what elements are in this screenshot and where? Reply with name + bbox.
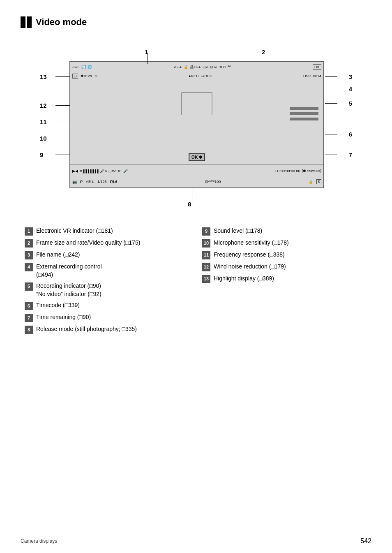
legend-num-11: 11 xyxy=(202,251,210,259)
legend-item-7: 7 Time remaining (□90) xyxy=(25,312,190,324)
focus-rect xyxy=(182,93,212,115)
vf-afmode: AF-F xyxy=(174,65,182,69)
legend-text-2: Frame size and rate/Video quality (□175) xyxy=(36,239,140,247)
vf-rec1: ●REC xyxy=(189,74,198,78)
vf-cam: 📷 xyxy=(72,180,77,184)
vf-battery: ▭▭ xyxy=(72,65,80,69)
title-icon xyxy=(21,16,32,28)
vf-card: S xyxy=(316,179,321,184)
legend-num-8: 8 xyxy=(25,326,33,334)
vf-remaining: [✱ 29m59s] xyxy=(302,169,321,173)
conn-3 xyxy=(325,76,337,77)
page: Video mode ▭▭ 🔃 🌐 AF-F 🔒 晶OFF ⊡A ⊡A₁ 108… xyxy=(0,0,392,352)
legend-item-5: 5 Recording indicator (□90)“No video” in… xyxy=(25,280,190,300)
diag-num-11: 11 xyxy=(40,118,47,125)
vf-top-row2: ⊡ ✱012s ⊙ ●REC ⇒REC DSC_0014 xyxy=(72,72,321,81)
vf-box: OK xyxy=(313,64,321,70)
vf-mic2: 🎤 xyxy=(123,169,128,173)
legend-text-10: Microphone sensitivity (□178) xyxy=(214,239,289,247)
legend-item-13: 13 Highlight display (□389) xyxy=(202,273,367,285)
conn-1-vv xyxy=(148,53,148,62)
legend-left-col: 1 Electronic VR indicator (□181) 2 Frame… xyxy=(25,225,190,336)
legend-text-5: Recording indicator (□90)“No video” indi… xyxy=(36,282,101,298)
vf-meter: R▐▐▐▐▐▐▐ xyxy=(80,169,98,173)
vf-play: ▶◀ xyxy=(72,169,78,173)
legend-text-9: Sound level (□178) xyxy=(214,227,262,235)
vf-timer: ✱012s xyxy=(81,74,92,78)
vf-mode3: ⊡A₁ xyxy=(210,65,217,69)
legend-item-8: 8 Release mode (still photography; □335) xyxy=(25,324,190,336)
diag-num-12: 12 xyxy=(40,102,47,109)
legend-item-10: 10 Microphone sensitivity (□178) xyxy=(202,237,367,249)
level-bars xyxy=(290,107,318,138)
legend-item-12: 12 Wind noise reduction (□179) xyxy=(202,261,367,273)
vf-timecode: TC:00:00:00.00 xyxy=(274,169,300,173)
legend-text-8: Release mode (still photography; □335) xyxy=(36,325,137,333)
vf-center: OK ✱ xyxy=(70,82,323,164)
legend-right-col: 9 Sound level (□178) 10 Microphone sensi… xyxy=(202,225,367,336)
vf-wifi: 🌐 xyxy=(88,65,92,69)
legend-text-13: Highlight display (□389) xyxy=(214,275,274,283)
vf-top-bar: ▭▭ 🔃 🌐 AF-F 🔒 晶OFF ⊡A ⊡A₁ 1080⁶⁰ OK ⊡ ✱0… xyxy=(70,62,323,82)
conn-13 xyxy=(55,76,70,77)
conn-12 xyxy=(55,105,70,106)
diag-num-13: 13 xyxy=(40,73,47,80)
legend-item-6: 6 Timecode (□339) xyxy=(25,300,190,312)
vf-lock: 🔒 xyxy=(184,65,188,69)
vf-clock: ⊙ xyxy=(95,74,98,78)
conn-6 xyxy=(325,134,337,134)
vf-top-row1: ▭▭ 🔃 🌐 AF-F 🔒 晶OFF ⊡A ⊡A₁ 1080⁶⁰ OK xyxy=(72,62,321,72)
conn-2-vv xyxy=(264,53,264,62)
page-title-section: Video mode xyxy=(21,16,371,28)
legend-num-5: 5 xyxy=(25,282,33,291)
legend-num-10: 10 xyxy=(202,239,210,248)
legend-num-2: 2 xyxy=(25,239,33,248)
vf-relmode: 🔒 xyxy=(309,180,313,184)
legend-num-7: 7 xyxy=(25,314,33,322)
vf-bot-row2: 📷 P AE-L 1/125 F5.6 ⊡ᴬᵁᵀᴼ100 🔒 S xyxy=(72,176,321,187)
legend-item-9: 9 Sound level (□178) xyxy=(202,225,367,237)
level-bar-2 xyxy=(290,112,318,115)
diag-num-9: 9 xyxy=(40,151,43,158)
legend-num-6: 6 xyxy=(25,302,33,310)
vf-bot-bar: ▶◀ R▐▐▐▐▐▐▐ 🎤A ⊡WIDE 🎤 TC:00:00:00.00 [✱… xyxy=(70,164,323,187)
conn-5 xyxy=(325,103,337,104)
vf-wide: ⊡WIDE xyxy=(108,169,122,173)
vf-bot-row1: ▶◀ R▐▐▐▐▐▐▐ 🎤A ⊡WIDE 🎤 TC:00:00:00.00 [✱… xyxy=(72,166,321,176)
legend-text-1: Electronic VR indicator (□181) xyxy=(36,227,113,235)
conn-7 xyxy=(325,155,337,155)
legend-text-6: Timecode (□339) xyxy=(36,301,80,310)
vf-icon1: ⊡ xyxy=(72,74,78,79)
vf-mic: 🎤A xyxy=(100,169,107,173)
legend-item-4: 4 External recording control(□494) xyxy=(25,261,190,280)
vf-rec2: ⇒REC xyxy=(201,74,212,78)
vf-aperture: F5.6 xyxy=(110,180,118,184)
legend-item-3: 3 File name (□242) xyxy=(25,249,190,261)
diag-num-4: 4 xyxy=(349,86,352,93)
vf-mode2: ⊡A xyxy=(203,65,208,69)
diagram: ▭▭ 🔃 🌐 AF-F 🔒 晶OFF ⊡A ⊡A₁ 1080⁶⁰ OK ⊡ ✱0… xyxy=(36,40,356,217)
legend-item-1: 1 Electronic VR indicator (□181) xyxy=(25,225,190,237)
vf-shutter: 1/125 xyxy=(97,180,107,184)
legend-num-12: 12 xyxy=(202,263,210,271)
ok-box: OK ✱ xyxy=(189,153,205,161)
legend: 1 Electronic VR indicator (□181) 2 Frame… xyxy=(21,225,371,336)
footer: Camera displays 542 xyxy=(0,537,392,545)
legend-text-3: File name (□242) xyxy=(36,251,80,259)
conn-8-v xyxy=(192,188,192,205)
diag-num-10: 10 xyxy=(40,135,47,142)
page-title: Video mode xyxy=(36,17,87,28)
legend-text-4: External recording control(□494) xyxy=(36,263,102,279)
level-bar-1 xyxy=(290,107,318,110)
vf-res: 1080⁶⁰ xyxy=(219,65,231,69)
diag-num-7: 7 xyxy=(349,151,352,158)
conn-11 xyxy=(55,122,70,122)
legend-text-7: Time remaining (□90) xyxy=(36,313,91,322)
diag-num-5: 5 xyxy=(349,100,352,107)
legend-num-1: 1 xyxy=(25,227,33,236)
legend-item-11: 11 Frequency response (□338) xyxy=(202,249,367,261)
legend-num-9: 9 xyxy=(202,227,210,236)
vf-signal: 🔃 xyxy=(81,65,86,69)
conn-4 xyxy=(325,89,337,89)
diag-num-3: 3 xyxy=(349,73,352,80)
